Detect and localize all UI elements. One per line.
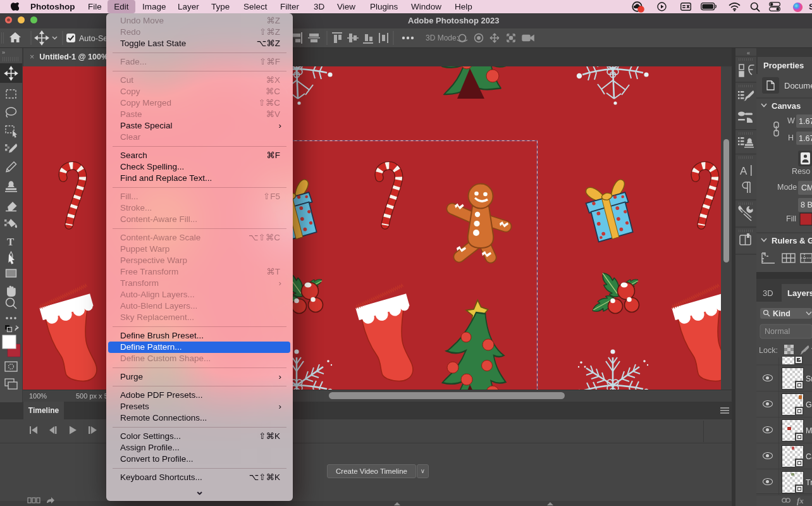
svg-text:A: A (740, 165, 747, 177)
svg-text:Properties: Properties (763, 61, 804, 70)
svg-text:Canvas: Canvas (772, 101, 801, 111)
svg-text:Lock:: Lock: (759, 346, 778, 355)
svg-text:H: H (788, 133, 794, 142)
svg-text:Fill: Fill (786, 214, 796, 223)
svg-text:1.67: 1.67 (799, 117, 812, 126)
svg-text:8 Bit: 8 Bit (801, 201, 812, 209)
svg-text:Normal: Normal (765, 327, 790, 336)
svg-text:3D Mode:: 3D Mode: (426, 34, 458, 42)
svg-text:Kind: Kind (773, 309, 790, 318)
svg-text:T: T (7, 236, 15, 248)
svg-text:1.67: 1.67 (799, 134, 812, 143)
svg-text:Layers: Layers (787, 288, 812, 298)
svg-text:fx: fx (797, 496, 804, 505)
svg-text:CMY: CMY (801, 183, 812, 192)
svg-text:Rulers & Grid: Rulers & Grid (772, 236, 812, 245)
svg-text:Reso: Reso (792, 167, 810, 176)
svg-text:W: W (787, 116, 795, 125)
svg-text:»: » (2, 49, 5, 56)
svg-text:Document: Document (784, 81, 812, 90)
svg-text:3D: 3D (763, 288, 773, 298)
svg-text:«: « (747, 50, 750, 56)
svg-text:Mode: Mode (777, 183, 797, 192)
